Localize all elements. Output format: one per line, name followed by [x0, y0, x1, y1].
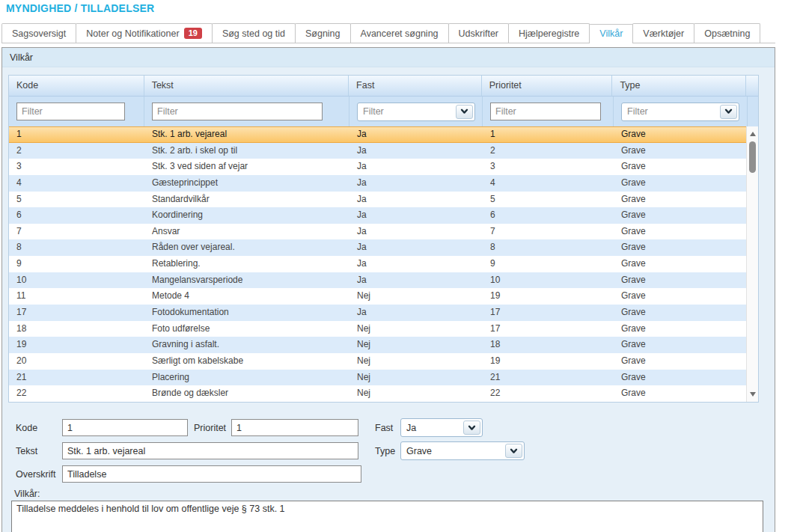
vilkaar-label: Vilkår:: [14, 489, 40, 499]
cell-fast: Ja: [349, 305, 483, 321]
tekst-filter-input[interactable]: [152, 103, 323, 120]
table-row[interactable]: 18Foto udførelseNej17Grave: [9, 321, 748, 337]
cell-tekst: Stk. 3 ved siden af vejar: [144, 159, 349, 175]
chevron-down-icon[interactable]: [456, 105, 473, 119]
fast-select[interactable]: Ja: [400, 418, 483, 437]
column-header-type[interactable]: Type: [612, 76, 746, 96]
cell-type: Grave: [614, 256, 748, 272]
tab-label: Søgning: [305, 25, 341, 43]
column-header-tekst[interactable]: Tekst: [144, 76, 349, 96]
tab-opsætning[interactable]: Opsætning: [694, 23, 760, 43]
kode-filter-input[interactable]: [16, 103, 125, 120]
tekst-label: Tekst: [16, 446, 37, 456]
header-scroll-gutter: [746, 76, 758, 96]
table-row[interactable]: 9Retablering.Ja9Grave: [9, 256, 748, 272]
cell-fast: Ja: [349, 192, 483, 208]
vilkaar-textarea[interactable]: Tilladelse meddeles i henhold til lov om…: [11, 501, 763, 532]
cell-fast: Nej: [349, 385, 483, 402]
tab-udskrifter[interactable]: Udskrifter: [448, 23, 509, 43]
table-row[interactable]: 21PlaceringNej21Grave: [9, 370, 748, 386]
cell-kode: 6: [9, 207, 144, 224]
table-row[interactable]: 4GæsteprincippetJa4Grave: [9, 175, 748, 192]
scroll-down-icon[interactable]: [750, 392, 756, 397]
table-row[interactable]: 5StandardvilkårJa5Grave: [9, 192, 748, 208]
vertical-scrollbar[interactable]: [746, 126, 758, 402]
tab-label: Sagsoversigt: [12, 25, 66, 43]
column-header-kode[interactable]: Kode: [9, 76, 144, 96]
table-row[interactable]: 20Særligt om kabelskabeNej19Grave: [9, 353, 748, 370]
prioritet-label: Prioritet: [194, 423, 226, 433]
column-header-fast[interactable]: Fast: [349, 76, 482, 96]
chevron-down-icon[interactable]: [720, 105, 737, 119]
cell-prioritet: 17: [483, 305, 614, 321]
column-header-prioritet[interactable]: Prioritet: [482, 76, 613, 96]
cell-fast: Ja: [349, 239, 483, 256]
cell-kode: 22: [9, 385, 144, 402]
type-filter-select[interactable]: Filter: [621, 103, 739, 121]
table-row[interactable]: 22Brønde og dækslerNej22Grave: [9, 385, 748, 402]
cell-fast: Ja: [349, 127, 483, 142]
tab-søgning[interactable]: Søgning: [295, 23, 351, 43]
scroll-up-icon[interactable]: [750, 132, 756, 136]
cell-type: Grave: [614, 305, 748, 321]
tab-sagsoversigt[interactable]: Sagsoversigt: [1, 23, 76, 43]
tab-hjælperegistre[interactable]: Hjælperegistre: [508, 23, 590, 43]
table-row[interactable]: 8Råden over vejareal.Ja8Grave: [9, 239, 748, 256]
cell-type: Grave: [614, 224, 748, 240]
cell-prioritet: 6: [483, 207, 614, 224]
fast-filter-select[interactable]: Filter: [357, 103, 475, 121]
prioritet-field[interactable]: [231, 419, 358, 436]
tab-noter-og-notifikationer[interactable]: Noter og Notifikationer19: [76, 23, 213, 43]
tab-avanceret-søgning[interactable]: Avanceret søgning: [350, 23, 449, 43]
cell-type: Grave: [614, 370, 748, 386]
cell-type: Grave: [614, 321, 748, 337]
table-row[interactable]: 3Stk. 3 ved siden af vejarJa3Grave: [9, 159, 748, 175]
cell-type: Grave: [614, 175, 748, 192]
cell-type: Grave: [614, 337, 748, 353]
kode-field[interactable]: [62, 419, 188, 436]
tekst-field[interactable]: [62, 442, 358, 459]
prioritet-filter-input[interactable]: [490, 103, 601, 120]
scrollbar-thumb[interactable]: [749, 141, 756, 173]
table-row[interactable]: 11Metode 4Nej19Grave: [9, 288, 748, 305]
cell-prioritet: 19: [483, 288, 614, 305]
table-filter-row: Filter Filter: [9, 97, 758, 126]
chevron-down-icon[interactable]: [463, 421, 480, 435]
fast-select-value: Ja: [401, 423, 416, 433]
cell-tekst: Ansvar: [144, 224, 349, 240]
type-select[interactable]: Grave: [400, 441, 525, 460]
chevron-down-icon[interactable]: [505, 444, 522, 458]
table-row[interactable]: 17FotodokumentationJa17Grave: [9, 305, 748, 321]
cell-kode: 17: [9, 305, 144, 321]
tab-søg-sted-og-tid[interactable]: Søg sted og tid: [212, 23, 296, 43]
cell-prioritet: 21: [483, 370, 614, 386]
cell-tekst: Mangelansvarsperiode: [144, 272, 349, 289]
cell-tekst: Fotodokumentation: [144, 305, 349, 321]
table-row[interactable]: 10MangelansvarsperiodeJa10Grave: [9, 272, 748, 289]
table-body: 1Stk. 1 arb. vejarealJa1Grave2Stk. 2 arb…: [9, 126, 758, 402]
overskrift-field[interactable]: [62, 465, 361, 483]
vilkaar-table: KodeTekstFastPrioritetType Filter: [8, 75, 759, 403]
cell-type: Grave: [614, 385, 748, 402]
cell-prioritet: 5: [483, 192, 614, 208]
cell-fast: Ja: [349, 207, 483, 224]
cell-kode: 18: [9, 321, 144, 337]
cell-kode: 8: [9, 239, 144, 256]
cell-fast: Ja: [349, 143, 483, 159]
table-row[interactable]: 2Stk. 2 arb. i skel op tilJa2Grave: [9, 143, 748, 159]
tab-vilkår[interactable]: Vilkår: [589, 24, 633, 43]
table-row[interactable]: 19Gravning i asfalt.Nej18Grave: [9, 337, 748, 353]
cell-prioritet: 22: [483, 385, 614, 402]
cell-kode: 2: [9, 143, 144, 159]
table-row[interactable]: 1Stk. 1 arb. vejarealJa1Grave: [9, 126, 748, 143]
cell-prioritet: 7: [483, 224, 614, 240]
cell-tekst: Gæsteprincippet: [144, 175, 349, 192]
table-row[interactable]: 7AnsvarJa7Grave: [9, 224, 748, 240]
fast-filter-value: Filter: [358, 106, 384, 117]
cell-tekst: Standardvilkår: [144, 192, 349, 208]
table-row[interactable]: 6KoordineringJa6Grave: [9, 207, 748, 224]
cell-tekst: Placering: [144, 370, 349, 386]
cell-fast: Nej: [349, 337, 483, 353]
tab-værktøjer[interactable]: Værktøjer: [632, 23, 694, 43]
type-select-value: Grave: [401, 446, 432, 456]
